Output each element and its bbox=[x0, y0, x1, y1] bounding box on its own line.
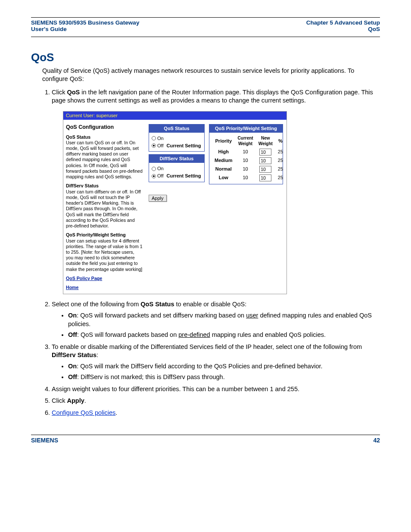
intro-paragraph: Quality of Service (QoS) actively manage… bbox=[42, 67, 380, 83]
qos-on-radio[interactable] bbox=[152, 136, 156, 140]
step-2-on: On: QoS will forward packets and set dif… bbox=[68, 311, 380, 328]
sidebar-title: QoS Configuration bbox=[66, 124, 143, 131]
sidebar-priority-text: User can setup values for 4 different pr… bbox=[66, 238, 143, 272]
sidebar-priority-h: QoS Priority/Weight Setting bbox=[66, 232, 143, 238]
qos-off-label: Off bbox=[157, 143, 163, 149]
diffserv-current-setting: Current Setting bbox=[166, 173, 201, 179]
qos-current-setting: Current Setting bbox=[166, 143, 201, 149]
diffserv-on-label: On bbox=[157, 165, 164, 172]
medium-weight-input[interactable]: 10 bbox=[259, 157, 271, 164]
footer-page-number: 42 bbox=[373, 437, 380, 444]
qos-policy-page-link[interactable]: QoS Policy Page bbox=[66, 276, 143, 281]
priority-row-normal: Normal 10 10 25 bbox=[212, 165, 286, 174]
header-right-1: Chapter 5 Advanced Setup bbox=[306, 19, 380, 26]
page-footer: SIEMENS 42 bbox=[31, 437, 380, 444]
col-new: New Weight bbox=[256, 134, 275, 148]
current-user-bar: Current User: superuser bbox=[63, 112, 286, 120]
sidebar-diffserv-h: DiffServ Status bbox=[66, 183, 143, 189]
header-left-2: User's Guide bbox=[31, 26, 139, 32]
col-priority: Priority bbox=[212, 134, 235, 148]
priority-weight-box: QoS Priority/Weight Setting Priority Cur… bbox=[209, 124, 283, 184]
priority-weight-title: QoS Priority/Weight Setting bbox=[209, 124, 283, 133]
diffserv-status-box: DiffServ Status On Off bbox=[149, 154, 205, 182]
step-1: Click QoS in the left navigation pane of… bbox=[52, 88, 380, 295]
qos-status-title: QoS Status bbox=[149, 124, 204, 133]
configure-qos-policies-link[interactable]: Configure QoS policies bbox=[52, 409, 115, 416]
priority-table: Priority Current Weight New Weight % Hig… bbox=[212, 134, 286, 182]
sidebar-qos-status-h: QoS Status bbox=[66, 134, 143, 140]
qos-status-box: QoS Status On Off bbox=[149, 124, 205, 152]
footer-left: SIEMENS bbox=[31, 437, 58, 444]
step-5: Click Apply. bbox=[52, 397, 380, 405]
step-3: To enable or disable marking of the Diff… bbox=[52, 343, 380, 382]
step-3-on: On: QoS will mark the DiffServ field acc… bbox=[68, 362, 380, 371]
main-panel: QoS Status On Off bbox=[145, 120, 286, 294]
diffserv-off-label: Off bbox=[157, 173, 163, 179]
col-pct: % bbox=[275, 134, 286, 148]
diffserv-on-radio[interactable] bbox=[152, 167, 156, 171]
step-2-off: Off: QoS will forward packets based on p… bbox=[68, 331, 380, 339]
low-weight-input[interactable]: 10 bbox=[259, 174, 271, 181]
steps-list: Click QoS in the left navigation pane of… bbox=[42, 88, 380, 417]
step-4: Assign weight values to four different p… bbox=[52, 385, 380, 394]
step-6: Configure QoS policies. bbox=[52, 409, 380, 417]
normal-weight-input[interactable]: 10 bbox=[259, 166, 271, 173]
sidebar-qos-status-text: User can turn QoS on or off. In On mode,… bbox=[66, 140, 143, 180]
qos-on-label: On bbox=[157, 135, 164, 142]
sidebar-panel: QoS Configuration QoS Status User can tu… bbox=[63, 120, 145, 294]
page-title: QoS bbox=[31, 51, 380, 64]
col-current: Current Weight bbox=[235, 134, 256, 148]
home-link[interactable]: Home bbox=[66, 285, 143, 290]
priority-row-low: Low 10 10 25 bbox=[212, 174, 286, 182]
step-2: Select one of the following from QoS Sta… bbox=[52, 300, 380, 339]
qos-config-screenshot: Current User: superuser QoS Configuratio… bbox=[63, 111, 287, 295]
apply-button[interactable]: Apply bbox=[149, 195, 167, 202]
qos-off-radio[interactable] bbox=[152, 143, 156, 148]
diffserv-title: DiffServ Status bbox=[149, 155, 204, 163]
priority-row-medium: Medium 10 10 25 bbox=[212, 156, 286, 165]
page-header: SIEMENS 5930/5935 Business Gateway User'… bbox=[31, 19, 380, 32]
high-weight-input[interactable]: 10 bbox=[259, 149, 271, 156]
step-3-off: Off: DiffServ is not marked; this is Dif… bbox=[68, 373, 380, 382]
header-right-2: QoS bbox=[306, 26, 380, 32]
priority-row-high: High 10 10 25 bbox=[212, 148, 286, 156]
sidebar-diffserv-text: User can turn diffserv on or off. In Off… bbox=[66, 189, 143, 229]
header-left-1: SIEMENS 5930/5935 Business Gateway bbox=[31, 19, 139, 26]
diffserv-off-radio[interactable] bbox=[152, 174, 156, 178]
